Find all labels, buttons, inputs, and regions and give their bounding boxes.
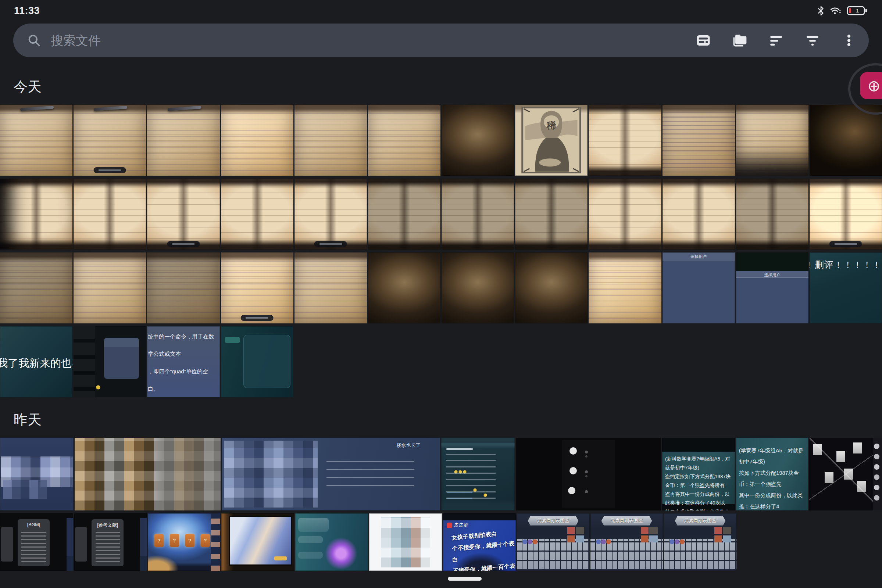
- photo-row: 楼水也卡了(新科数学竞赛7年级组A5，对就是初中7年级) 盗约定按如下方式分配1…: [0, 438, 882, 510]
- photo-thumbnail[interactable]: (学竞赛7年级组A5，对就是初中7年级) 按如下方式分配1987块金币：第一个强…: [736, 438, 808, 510]
- photo-thumbnail[interactable]: ????: [148, 513, 220, 571]
- photo-text-lines: 女孩子就别怕表白 个不接受你，就跟十个表白 不接受你，就跟一百个表白 持下去，总…: [451, 526, 516, 571]
- photo-thumbnail[interactable]: [736, 178, 808, 249]
- photo-thumbnail[interactable]: [295, 252, 367, 323]
- photo-thumbnail[interactable]: ！删评！！！！！！: [810, 252, 882, 323]
- section-header: 今天: [14, 79, 882, 95]
- photo-text: ！删评！！！！！！: [810, 259, 882, 271]
- photo-thumbnail[interactable]: 元素周期表图鉴: [517, 513, 589, 571]
- photo-thumbnail[interactable]: [516, 438, 661, 510]
- section-header: 昨天: [14, 412, 882, 428]
- photo-thumbnail[interactable]: [663, 105, 735, 176]
- wifi-icon: [830, 6, 841, 15]
- screenshot-title: 选择用户: [736, 272, 808, 278]
- floating-action-button[interactable]: ⊕: [860, 72, 882, 99]
- photo-thumbnail[interactable]: 统中的一个命令，用于在数学公式或文本 ，即四个“quad”单位的空白。 的空白（…: [147, 326, 219, 397]
- folders-icon: [732, 32, 748, 48]
- photo-thumbnail[interactable]: [369, 513, 442, 571]
- photo-thumbnail[interactable]: [74, 326, 146, 397]
- search-icon: [27, 33, 41, 47]
- photo-thumbnail[interactable]: [368, 252, 440, 323]
- photo-thumbnail[interactable]: [74, 252, 146, 323]
- photo-text: 楼水也卡了: [397, 442, 421, 449]
- monalisa-sketch: [515, 105, 587, 176]
- photo-thumbnail[interactable]: 楼水也卡了: [222, 438, 440, 510]
- photo-thumbnail[interactable]: [参考文献]: [74, 513, 147, 571]
- view-folders-button[interactable]: [732, 32, 748, 48]
- photo-text-lines: (新科数学竞赛7年级组A5，对就是初中7年级) 盗约定按如下方式分配1987块金…: [665, 454, 734, 510]
- photo-thumbnail[interactable]: [74, 105, 146, 176]
- photo-thumbnail[interactable]: [BGM]: [0, 513, 73, 571]
- photo-gallery: 今天 稀选择用户选择用户！删评！！！！！！我了我新来的也不知道统中的一个命令，用…: [0, 79, 882, 571]
- photo-thumbnail[interactable]: [147, 252, 219, 323]
- photo-thumbnail[interactable]: [221, 105, 293, 176]
- screenshot-title: 元素周期表图鉴: [675, 516, 726, 525]
- status-icons: 1: [817, 6, 867, 16]
- photo-thumbnail[interactable]: 元素周期表图鉴: [591, 513, 663, 571]
- photo-thumbnail[interactable]: 选择用户: [663, 252, 735, 323]
- photo-thumbnail[interactable]: 我了我新来的也不知道: [0, 326, 72, 397]
- search-bar[interactable]: [13, 24, 869, 57]
- photo-thumbnail[interactable]: [809, 438, 882, 510]
- photo-text-lines: (学竞赛7年级组A5，对就是初中7年级) 按如下方式分配1987块金币：第一个强…: [739, 445, 807, 510]
- photo-thumbnail[interactable]: [74, 178, 146, 249]
- photo-thumbnail[interactable]: [368, 105, 440, 176]
- watermark: 皮皮虾: [447, 522, 469, 528]
- more-options-button[interactable]: [841, 32, 857, 48]
- photo-thumbnail[interactable]: 选择用户: [736, 252, 808, 323]
- files-app-screen: 11:33 1: [0, 0, 882, 588]
- photo-thumbnail[interactable]: [663, 178, 735, 249]
- filter-button[interactable]: [804, 32, 820, 48]
- photo-thumbnail[interactable]: [736, 105, 808, 176]
- photo-thumbnail[interactable]: [295, 178, 367, 249]
- plus-circle-icon: ⊕: [867, 77, 880, 95]
- sort-icon: [768, 33, 784, 48]
- photo-thumbnail[interactable]: [368, 178, 440, 249]
- photo-row: [BGM][参考文献]????女孩子就别怕表白 个不接受你，就跟十个表白 不接受…: [0, 513, 882, 571]
- sort-button[interactable]: [768, 32, 784, 48]
- photo-thumbnail[interactable]: [221, 252, 293, 323]
- photo-thumbnail[interactable]: [147, 178, 219, 249]
- photo-thumbnail[interactable]: [589, 178, 661, 249]
- photo-thumbnail[interactable]: [221, 326, 293, 397]
- photo-thumbnail[interactable]: [295, 105, 367, 176]
- toast-in-photo: [314, 241, 347, 247]
- photo-thumbnail[interactable]: [441, 438, 515, 510]
- photo-thumbnail[interactable]: 女孩子就别怕表白 个不接受你，就跟十个表白 不接受你，就跟一百个表白 持下去，总…: [443, 513, 516, 571]
- photo-thumbnail[interactable]: [442, 105, 514, 176]
- photo-thumbnail[interactable]: [515, 252, 587, 323]
- photo-thumbnail[interactable]: [221, 513, 294, 571]
- photo-thumbnail[interactable]: [515, 178, 587, 249]
- photo-thumbnail[interactable]: [0, 438, 74, 510]
- photo-thumbnail[interactable]: (新科数学竞赛7年级组A5，对就是初中7年级) 盗约定按如下方式分配1987块金…: [662, 438, 735, 510]
- sketch-overlay-char: 稀: [547, 119, 556, 132]
- search-input[interactable]: [51, 33, 695, 48]
- toast-in-photo: [241, 315, 273, 321]
- photo-thumbnail[interactable]: [442, 178, 514, 249]
- document-panel: [参考文献]: [92, 519, 123, 566]
- photo-thumbnail[interactable]: [75, 438, 221, 510]
- home-indicator[interactable]: [448, 577, 482, 580]
- photo-thumbnail[interactable]: [147, 105, 219, 176]
- photo-grid: 稀选择用户选择用户！删评！！！！！！我了我新来的也不知道统中的一个命令，用于在数…: [0, 105, 882, 397]
- photo-thumbnail[interactable]: [810, 105, 882, 176]
- photo-thumbnail[interactable]: [0, 178, 72, 249]
- photo-thumbnail[interactable]: [442, 252, 514, 323]
- mystery-cards: ????: [155, 534, 210, 547]
- photo-thumbnail[interactable]: 元素周期表图鉴: [664, 513, 736, 571]
- toast-in-photo: [829, 241, 862, 247]
- photo-thumbnail[interactable]: [810, 178, 882, 249]
- pen-in-photo: [167, 106, 201, 111]
- compact-view-button[interactable]: [695, 32, 711, 48]
- photo-thumbnail[interactable]: [589, 252, 661, 323]
- photo-thumbnail[interactable]: [589, 105, 661, 176]
- photo-thumbnail[interactable]: 稀: [515, 105, 587, 176]
- status-bar: 11:33 1: [0, 0, 882, 17]
- photo-thumbnail[interactable]: [295, 513, 368, 571]
- photo-thumbnail[interactable]: [0, 252, 72, 323]
- photo-thumbnail[interactable]: [0, 105, 72, 176]
- photo-text-lines: 统中的一个命令，用于在数学公式或文本 ，即四个“quad”单位的空白。 的空白（…: [148, 328, 219, 396]
- photo-thumbnail[interactable]: [221, 178, 293, 249]
- toolbar-actions: [695, 32, 857, 48]
- document-panel: [BGM]: [18, 519, 50, 566]
